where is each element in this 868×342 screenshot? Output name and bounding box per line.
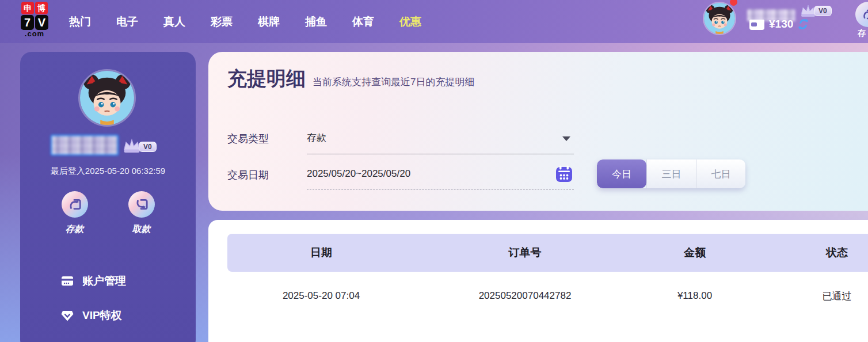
cell-date: 2025-05-20 07:04 — [227, 290, 415, 302]
table-row: 2025-05-20 07:04 20250520070442782 ¥118.… — [227, 279, 868, 313]
deposit-button[interactable]: 存款 — [52, 191, 98, 235]
table-header-amount: 金额 — [635, 245, 755, 260]
sidebar-item-account[interactable]: 账户管理 — [20, 264, 196, 298]
cell-status: 已通过 — [755, 290, 868, 303]
transaction-date-label: 交易日期 — [227, 168, 269, 182]
nav-item-cards[interactable]: 棋牌 — [258, 14, 280, 29]
vip-level-badge[interactable]: V0 — [799, 3, 832, 17]
wallet-icon — [749, 18, 765, 31]
nav-item-live[interactable]: 真人 — [163, 14, 185, 29]
nav-item-hot[interactable]: 热门 — [69, 14, 91, 29]
top-navigation-bar: 申 博 7 V .com 热门 电子 真人 彩票 棋牌 捕鱼 体育 优惠 V0 … — [0, 0, 868, 43]
withdraw-icon — [128, 191, 155, 218]
logo-letters: 7 V — [20, 15, 49, 30]
sidebar-name-row: V0 — [20, 134, 196, 157]
last-login-text: 最后登入2025-05-20 06:32:59 — [20, 166, 196, 177]
sidebar-vip-label: V0 — [139, 142, 157, 152]
sidebar-menu: 账户管理 VIP特权 红利红包 — [20, 264, 196, 342]
site-logo[interactable]: 申 博 7 V .com — [20, 2, 49, 37]
nav-item-promos[interactable]: 优惠 — [399, 14, 421, 29]
sidebar-vip-badge[interactable]: V0 — [121, 138, 157, 153]
calendar-icon[interactable] — [555, 165, 573, 183]
vip-level-label: V0 — [814, 6, 832, 16]
credit-card-icon — [60, 274, 74, 288]
chevron-down-icon — [562, 136, 570, 141]
sidebar-avatar[interactable] — [78, 69, 136, 127]
sidebar-item-account-label: 账户管理 — [82, 273, 126, 288]
deposit-label: 存款 — [52, 223, 98, 235]
table-header-date: 日期 — [227, 245, 415, 260]
tab-today[interactable]: 今日 — [597, 159, 646, 188]
transaction-type-value: 存款 — [307, 132, 326, 143]
page-title: 充提明细 — [227, 66, 306, 92]
tab-seven-days[interactable]: 七日 — [696, 159, 745, 188]
withdraw-label: 取款 — [119, 223, 165, 235]
table-header-order: 订单号 — [415, 245, 635, 260]
transaction-type-select[interactable]: 存款 — [307, 126, 574, 154]
logo-letter-v: V — [35, 15, 48, 30]
logo-com-text: .com — [20, 30, 49, 37]
sidebar-item-bonus[interactable]: 红利红包 — [20, 333, 196, 342]
nav-item-lottery[interactable]: 彩票 — [211, 14, 233, 29]
quick-deposit-icon — [855, 2, 868, 27]
sidebar-item-vip-label: VIP特权 — [82, 308, 122, 323]
logo-badges: 申 博 — [20, 2, 49, 14]
quick-deposit-label: 存 — [853, 28, 868, 39]
sidebar-username-blurred[interactable] — [51, 135, 119, 155]
sidebar-quick-actions: 存款 取款 — [20, 191, 196, 235]
withdraw-button[interactable]: 取款 — [119, 191, 165, 235]
nav-item-fishing[interactable]: 捕鱼 — [305, 14, 327, 29]
main-nav: 热门 电子 真人 彩票 棋牌 捕鱼 体育 优惠 — [69, 0, 421, 43]
table-header-status: 状态 — [755, 245, 868, 260]
balance-amount: ¥130 — [769, 18, 793, 31]
transaction-date-input[interactable]: 2025/05/20~2025/05/20 — [307, 161, 574, 190]
date-range-tabs: 今日 三日 七日 — [597, 159, 745, 188]
page-subtitle: 当前系统支持查询最近7日的充提明细 — [313, 75, 474, 89]
notification-dot — [730, 0, 737, 6]
profile-sidebar: V0 最后登入2025-05-20 06:32:59 存款 取款 账户管理 — [20, 52, 196, 342]
quick-deposit-button[interactable]: 存 — [853, 2, 868, 39]
deposit-icon — [62, 191, 88, 218]
filters-panel: 充提明细 当前系统支持查询最近7日的充提明细 交易类型 存款 交易日期 2025… — [208, 52, 868, 211]
wallet-balance-row: ¥130 — [749, 18, 809, 31]
transaction-type-label: 交易类型 — [227, 132, 269, 146]
user-avatar[interactable] — [703, 2, 736, 35]
nav-item-slots[interactable]: 电子 — [116, 14, 138, 29]
cell-order-number: 20250520070442782 — [415, 290, 635, 302]
refresh-balance-icon[interactable] — [797, 18, 809, 31]
tab-three-days[interactable]: 三日 — [646, 159, 696, 188]
sidebar-item-vip[interactable]: VIP特权 — [20, 298, 196, 333]
cell-amount: ¥118.00 — [635, 290, 755, 302]
logo-badge-2: 博 — [35, 2, 48, 14]
transaction-date-value: 2025/05/20~2025/05/20 — [307, 168, 410, 179]
logo-letter-7: 7 — [21, 15, 34, 30]
nav-item-sports[interactable]: 体育 — [352, 14, 374, 29]
page-title-row: 充提明细 当前系统支持查询最近7日的充提明细 — [227, 66, 474, 92]
logo-badge-1: 申 — [21, 2, 34, 14]
records-table-panel: 日期 订单号 金额 状态 2025-05-20 07:04 2025052007… — [208, 220, 868, 342]
vip-gem-icon — [60, 309, 74, 322]
table-header-row: 日期 订单号 金额 状态 — [227, 234, 868, 272]
